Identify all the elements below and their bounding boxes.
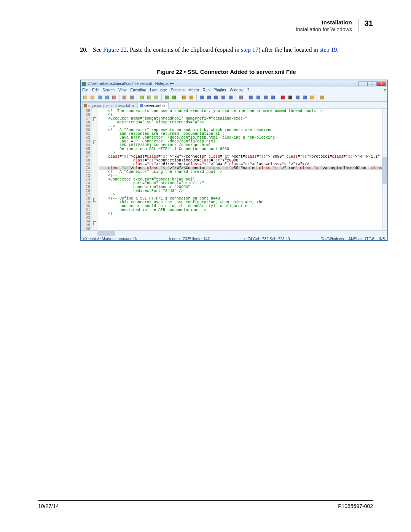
window-titlebar[interactable]: C:\zebra\linkos\tomcat\conf\server.xml -… [81, 80, 387, 87]
status-overtype: INS [379, 236, 385, 241]
function-list-icon[interactable] [270, 94, 276, 101]
menubar-close-icon[interactable]: x [384, 88, 386, 93]
tab-label: my.example.com.resx.txt [88, 103, 130, 109]
save-all-icon[interactable] [104, 94, 110, 101]
file-icon [84, 104, 87, 107]
zoom-out-icon[interactable] [206, 94, 212, 101]
menu-run[interactable]: Run [203, 88, 210, 93]
line-number-gutter: 5556575859606162636465666768697071727374… [81, 109, 92, 236]
footer-docid: P1065697-002 [338, 503, 373, 509]
link-step-19[interactable]: step 19 [320, 46, 337, 53]
footer-date: 10/27/14 [38, 503, 59, 509]
header-section: Installation [296, 19, 352, 26]
step-text: See Figure 22. Paste the contents of the… [93, 46, 339, 54]
header-subsection: Installation for Windows [296, 26, 352, 32]
record-icon[interactable] [280, 94, 286, 101]
stop-icon[interactable] [287, 94, 293, 101]
status-position: Ln : 74 Col : 732 Sel : 728 | 0 [241, 236, 290, 241]
sync-v-icon[interactable] [213, 94, 219, 101]
menubar: FileEditSearchViewEncodingLanguageSettin… [81, 87, 387, 93]
menu-macro[interactable]: Macro [188, 88, 199, 93]
menu-language[interactable]: Language [150, 88, 167, 93]
copy-icon[interactable] [146, 94, 152, 101]
save-icon[interactable] [97, 94, 103, 101]
menu-plugins[interactable]: Plugins [213, 88, 226, 93]
menu-settings[interactable]: Settings [171, 88, 185, 93]
play-multi-icon[interactable] [302, 94, 308, 101]
close-icon[interactable] [111, 94, 117, 101]
save-macro-icon[interactable] [309, 94, 315, 101]
screenshot-notepadpp: C:\zebra\linkos\tomcat\conf\server.xml -… [80, 80, 388, 241]
close-all-icon[interactable] [121, 94, 127, 101]
replace-icon[interactable] [188, 94, 194, 101]
sync-h-icon[interactable] [220, 94, 226, 101]
file-icon [140, 104, 143, 107]
page-number: 31 [365, 19, 373, 28]
code-area[interactable]: <!--The connectors can use a shared exec… [97, 109, 387, 236]
window-title: C:\zebra\linkos\tomcat\conf\server.xml -… [88, 81, 174, 86]
zoom-in-icon[interactable] [199, 94, 205, 101]
menu-help[interactable]: ? [247, 88, 249, 93]
cut-icon[interactable] [139, 94, 145, 101]
figure-caption: Figure 22 • SSL Connector Added to serve… [80, 68, 373, 76]
header-divider [358, 19, 358, 32]
show-all-icon[interactable] [238, 94, 244, 101]
link-step-17[interactable]: step 17 [241, 46, 258, 53]
status-length: length : 7325 lines : 147 [169, 236, 210, 241]
horizontal-scrollbar[interactable] [81, 230, 387, 236]
paste-icon[interactable] [153, 94, 159, 101]
menu-search[interactable]: Search [102, 88, 115, 93]
link-figure-22[interactable]: Figure 22 [103, 46, 127, 53]
menu-edit[interactable]: Edit [92, 88, 99, 93]
wrap-icon[interactable] [228, 94, 234, 101]
new-file-icon[interactable] [82, 94, 88, 101]
body-content: 20. See Figure 22. Paste the contents of… [80, 46, 373, 241]
undo-icon[interactable] [164, 94, 170, 101]
toolbar-separator [246, 94, 246, 101]
step-text-segment: See [93, 46, 103, 53]
vertical-scrollbar[interactable] [382, 109, 387, 236]
tab-my-example-com-resx-txt[interactable]: my.example.com.resx.txt⊗ [82, 102, 138, 109]
fold-gutter[interactable]: ---- [92, 109, 97, 236]
toolbar [81, 93, 387, 102]
indent-guide-icon[interactable] [248, 94, 254, 101]
status-encoding: ANSI as UTF-8 [349, 236, 374, 241]
vertical-scroll-thumb[interactable] [382, 157, 387, 184]
spacer-icon[interactable] [319, 94, 325, 101]
close-button[interactable]: ✕ [377, 81, 386, 86]
step-text-segment: . Paste the contents of the clipboard (c… [127, 46, 241, 53]
menu-file[interactable]: File [82, 88, 88, 93]
horizontal-scroll-thumb[interactable] [97, 231, 115, 236]
status-bar: eXtensible Markup Language file length :… [81, 236, 387, 241]
find-icon[interactable] [181, 94, 187, 101]
folder-icon[interactable] [255, 94, 261, 101]
menu-window[interactable]: Window [230, 88, 244, 93]
menu-view[interactable]: View [118, 88, 127, 93]
open-file-icon[interactable] [89, 94, 96, 101]
minimize-button[interactable]: _ [358, 81, 368, 86]
toolbar-separator [179, 94, 179, 101]
status-eol: Dos\Windows [320, 236, 344, 241]
toolbar-separator [161, 94, 162, 101]
toolbar-separator [119, 94, 119, 101]
step-20: 20. See Figure 22. Paste the contents of… [80, 46, 373, 54]
play-icon[interactable] [295, 94, 301, 101]
toolbar-separator [236, 94, 236, 101]
toolbar-separator [278, 94, 278, 101]
tab-close-icon[interactable]: ⊗ [162, 104, 165, 109]
redo-icon[interactable] [171, 94, 177, 101]
maximize-button[interactable]: □ [368, 81, 377, 86]
menu-encoding[interactable]: Encoding [131, 88, 147, 93]
toolbar-separator [317, 94, 317, 101]
print-icon[interactable] [129, 94, 135, 101]
step-text-segment: . [337, 46, 339, 53]
code-editor[interactable]: 5556575859606162636465666768697071727374… [81, 109, 387, 236]
tab-bar: my.example.com.resx.txt⊗server.xml⊗ [81, 102, 387, 109]
page-footer: 10/27/14 P1065697-002 [38, 500, 373, 509]
toolbar-separator [137, 94, 137, 101]
page-header: Installation Installation for Windows 31 [296, 19, 373, 32]
tab-server-xml[interactable]: server.xml⊗ [138, 102, 169, 109]
doc-map-icon[interactable] [263, 94, 269, 101]
tab-close-icon[interactable]: ⊗ [131, 104, 134, 109]
step-text-segment: ) after the line located in [258, 46, 320, 53]
